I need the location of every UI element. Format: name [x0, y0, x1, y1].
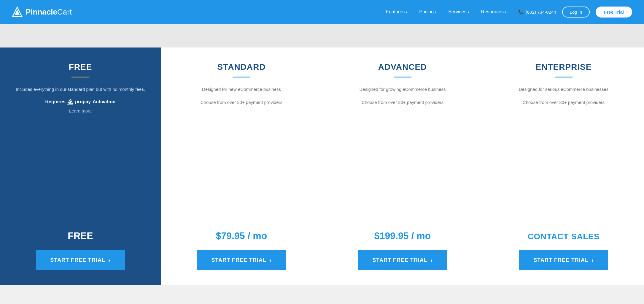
- arrow-icon: ›: [591, 257, 594, 264]
- plan-name-enterprise: ENTERPRISE: [536, 62, 592, 72]
- plan-description-standard: Designed for new eCommerce business: [202, 86, 281, 93]
- plan-divider-enterprise: [555, 77, 573, 77]
- logo-text: PinnacleCart: [26, 7, 72, 17]
- learn-more-link[interactable]: Learn more: [69, 108, 92, 113]
- start-trial-button-standard[interactable]: START FREE TRIAL ›: [197, 250, 286, 270]
- header-right: 📞 (602) 734-0244 Log In Free Trial: [518, 7, 632, 18]
- start-trial-button-advanced[interactable]: START FREE TRIAL ›: [358, 250, 447, 270]
- plan-feature-enterprise: Choose from over 30+ payment providers: [523, 99, 605, 106]
- phone-number[interactable]: 📞 (602) 734-0244: [518, 9, 556, 15]
- plan-name-advanced: ADVANCED: [378, 62, 427, 72]
- banner-area: [0, 24, 644, 48]
- plan-card-standard: STANDARD Designed for new eCommerce busi…: [161, 48, 322, 285]
- nav-features[interactable]: Features ▾: [386, 9, 407, 15]
- phone-icon: 📞: [518, 9, 524, 15]
- plan-card-enterprise: ENTERPRISE Designed for serious eCommerc…: [483, 48, 644, 285]
- chevron-down-icon: ▾: [468, 10, 469, 14]
- plan-card-advanced: ADVANCED Designed for growing eCommerce …: [322, 48, 483, 285]
- plan-description-advanced: Designed for growing eCommerce business: [360, 86, 446, 93]
- chevron-down-icon: ▾: [505, 10, 506, 14]
- logo-icon: [12, 7, 23, 17]
- arrow-icon: ›: [430, 257, 433, 264]
- nav-pricing[interactable]: Pricing ▾: [419, 9, 436, 15]
- plan-divider-free: [71, 77, 89, 77]
- nav-resources[interactable]: Resources ▾: [481, 9, 506, 15]
- pricing-cards: FREE Includes everything in our standard…: [0, 48, 644, 285]
- plan-price-advanced: $199.95 / mo: [374, 230, 431, 241]
- plan-feature-standard: Choose from over 30+ payment providers: [201, 99, 282, 106]
- header: PinnacleCart Features ▾ Pricing ▾ Servic…: [0, 0, 644, 24]
- logo[interactable]: PinnacleCart: [12, 7, 72, 17]
- requires-text: Requires prupay Activation: [45, 99, 115, 105]
- arrow-icon: ›: [108, 257, 111, 264]
- plan-card-free: FREE Includes everything in our standard…: [0, 48, 161, 285]
- plan-price-standard: $79.95 / mo: [216, 230, 267, 241]
- nav-services[interactable]: Services ▾: [448, 9, 469, 15]
- login-button[interactable]: Log In: [562, 7, 590, 18]
- chevron-down-icon: ▾: [435, 10, 436, 14]
- plan-divider-standard: [233, 77, 250, 77]
- start-trial-button-free[interactable]: START FREE TRIAL ›: [36, 250, 125, 270]
- main-nav: Features ▾ Pricing ▾ Services ▾ Resource…: [386, 9, 506, 15]
- plan-price-free: FREE: [68, 230, 93, 241]
- chevron-down-icon: ▾: [406, 10, 407, 14]
- plan-divider-advanced: [394, 77, 411, 77]
- header-free-trial-button[interactable]: Free Trial: [596, 7, 632, 18]
- prupay-logo-icon: [67, 99, 73, 105]
- contact-sales-text[interactable]: CONTACT SALES: [528, 232, 600, 241]
- pricing-section: FREE Includes everything in our standard…: [0, 48, 644, 285]
- plan-description-enterprise: Designed for serious eCommerce businesse…: [519, 86, 609, 93]
- plan-name-free: FREE: [69, 62, 92, 72]
- arrow-icon: ›: [269, 257, 272, 264]
- plan-feature-advanced: Choose from over 30+ payment providers: [362, 99, 443, 106]
- plan-name-standard: STANDARD: [217, 62, 265, 72]
- start-trial-button-enterprise[interactable]: START FREE TRIAL ›: [519, 250, 608, 270]
- plan-description-free: Includes everything in our standard plan…: [16, 86, 145, 93]
